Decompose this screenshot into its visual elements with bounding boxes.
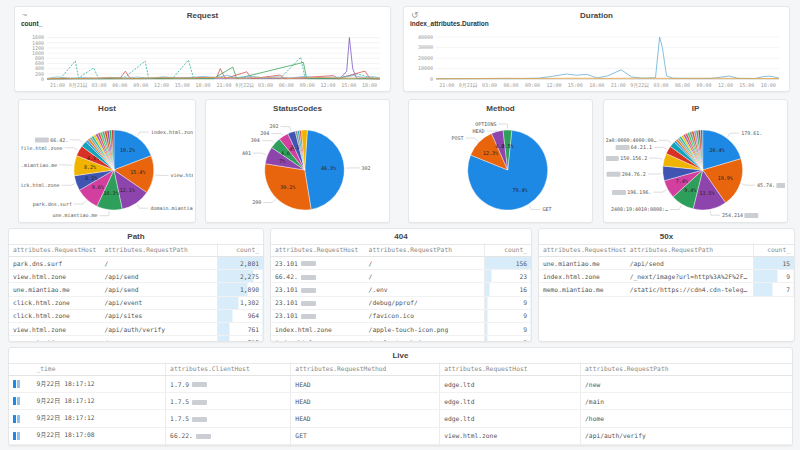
chart-wave-icon[interactable]: ~ [22, 10, 27, 20]
refresh-icon[interactable]: ↺ [411, 10, 419, 20]
x-tick: 12:00 [154, 82, 169, 88]
ip-chart-canvas[interactable]: 20.4%19.9%13.5%9.4%7.4%2a0:0000:4000:00…… [606, 113, 785, 221]
duration-chart-canvas[interactable]: 40000300002000010000021:009月21日03:0006:0… [406, 31, 787, 90]
row-icon-cell[interactable] [9, 444, 32, 445]
table-cell: 2,801 [217, 257, 263, 270]
pie-pct-label: 8.2% [84, 164, 96, 170]
table-row[interactable]: view.html.zone/api/send2,275 [9, 270, 263, 283]
pie-slice-label: 202 [269, 123, 278, 129]
column-header[interactable]: attributes.RequestHost [9, 243, 100, 257]
request-line-chart[interactable]: 1600140012001000800600400200021:009月21日0… [17, 31, 388, 90]
ip-pie-chart[interactable]: 20.4%19.9%13.5%9.4%7.4%2a0:0000:4000:00…… [606, 113, 785, 221]
table-cell: 9月22日 18:16:18 [32, 444, 165, 445]
table-row[interactable]: index.html.zone/_next/image?url=http%3A%… [539, 270, 794, 283]
table-row[interactable]: 66.42./23 [271, 270, 531, 283]
column-header[interactable]: count_ [217, 243, 263, 257]
table-cell: GET [291, 444, 440, 445]
table-cell: edge.ltd [440, 393, 581, 410]
host-chart-canvas[interactable]: 19.2%15.4%12.1%10.3%9.6%6.1%8.2%4.3%66.4… [21, 113, 193, 221]
column-header[interactable]: attributes.RequestPath [581, 362, 792, 376]
redacted-text [301, 288, 316, 293]
column-header[interactable]: _time [32, 362, 165, 376]
column-header[interactable]: attributes.RequestHost [539, 243, 626, 257]
table-row[interactable]: memo.miantiao.me/static/https://cdn4.cdn… [539, 283, 794, 296]
row-icon-cell[interactable] [9, 376, 32, 393]
column-header[interactable]: attributes.RequestPath [365, 243, 485, 257]
column-header[interactable]: attributes.RequestPath [626, 243, 754, 257]
x-tick: 21:00 [50, 82, 65, 88]
x-tick: 03:00 [92, 82, 107, 88]
live-entry-icon[interactable] [13, 380, 16, 388]
pie-leader-line [653, 190, 666, 192]
table-cell: 9月22日 18:17:12 [32, 410, 165, 427]
table-row[interactable]: 9月22日 18:17:0866.22.GETview.html.zone/ap… [9, 427, 792, 444]
table-row[interactable]: 23.101/156 [271, 257, 531, 270]
method-pie-chart[interactable]: 79.4%12.3%4.8%3.5%OPTIONSHEADPOSTGET [411, 113, 590, 221]
column-header[interactable]: attributes.ClientHost [166, 362, 291, 376]
table-row[interactable]: memo.miantiao.me/715 [9, 336, 263, 341]
column-header[interactable]: attributes.RequestPath [100, 243, 217, 257]
table-row[interactable]: une.miantiao.me/api/send1,890 [9, 283, 263, 296]
column-header[interactable]: attributes.RequestMethod [291, 362, 440, 376]
table-cell: 9 [484, 309, 531, 322]
x-tick: 18:00 [196, 82, 211, 88]
table-row[interactable]: une.miantiao.me/api/send15 [539, 257, 794, 270]
x-tick: 06:00 [504, 82, 519, 88]
row-icon-cell[interactable] [9, 410, 32, 427]
column-header[interactable]: count_ [484, 243, 531, 257]
table-row[interactable]: click.html.zone/api/event1,302 [9, 296, 263, 309]
pie-leader-line [271, 134, 282, 135]
x-tick: 15:00 [341, 82, 356, 88]
panel-host: Host 19.2%15.4%12.1%10.3%9.6%6.1%8.2%4.3… [18, 99, 196, 223]
table-row[interactable]: 9月22日 18:17:121.7.5HEADedge.ltd/home [9, 410, 792, 427]
pie-pct-label: 15.4% [130, 169, 145, 175]
y-tick: 20000 [418, 55, 433, 61]
table-cell: 9月22日 18:17:12 [32, 393, 165, 410]
statuscodes-pie-chart[interactable]: 46.3%30.1%7%4.6%4%3.1%202204304401200302 [208, 113, 387, 221]
pie-leader-line [281, 127, 292, 131]
table-cell: /api/send [100, 270, 217, 283]
table-row[interactable]: 23.101/.env16 [271, 283, 531, 296]
table-row[interactable]: index.html.zone/apple-touch-icon.png9 [271, 322, 531, 335]
table-row[interactable]: 23.101/favicon.ico9 [271, 309, 531, 322]
line-series-orange[interactable] [436, 78, 779, 79]
duration-line-chart[interactable]: 40000300002000010000021:009月21日03:0006:0… [406, 31, 787, 90]
table-row[interactable]: 9月22日 18:16:1849.74.GETpark.dns.surf/ [9, 444, 792, 445]
pie-leader-line [670, 206, 681, 210]
table-row[interactable]: view.html.zone/api/auth/verify761 [9, 322, 263, 335]
table-row[interactable]: 9月22日 18:17:121.7.5HEADedge.ltd/main [9, 393, 792, 410]
row-icon-cell[interactable] [9, 393, 32, 410]
redacted-label [616, 145, 630, 150]
live-table: _timeattributes.ClientHostattributes.Req… [9, 362, 792, 445]
live-entry-icon[interactable] [13, 432, 16, 440]
pie-leader-line [100, 211, 110, 216]
column-header[interactable]: attributes.RequestHost [271, 243, 365, 257]
table-row[interactable]: click.html.zone/api/sites964 [9, 309, 263, 322]
column-header[interactable]: count_ [753, 243, 794, 257]
request-chart-canvas[interactable]: 1600140012001000800600400200021:009月21日0… [17, 31, 388, 90]
redacted-text [196, 434, 211, 439]
table-row[interactable]: 23.101/debug/pprof/9 [271, 296, 531, 309]
table-row[interactable]: 9月22日 18:17:121.7.9HEADedge.ltd/new [9, 376, 792, 393]
table-cell: /apple-touch-icon-precomposed.png [365, 336, 485, 341]
y-tick: 0 [430, 76, 433, 82]
column-header[interactable]: attributes.RequestHost [440, 362, 581, 376]
y-axis-label: count_ [21, 20, 42, 27]
live-entry-icon[interactable] [13, 397, 16, 405]
panel-title: Request [15, 7, 390, 22]
method-chart-canvas[interactable]: 79.4%12.3%4.8%3.5%OPTIONSHEADPOSTGET [411, 113, 590, 221]
table-row[interactable]: index.html.zone/apple-touch-icon-precomp… [271, 336, 531, 341]
redacted-label [776, 183, 785, 188]
table-cell: 23.101 [271, 296, 365, 309]
table-row[interactable]: park.dns.surf/2,801 [9, 257, 263, 270]
host-pie-chart[interactable]: 19.2%15.4%12.1%10.3%9.6%6.1%8.2%4.3%66.4… [21, 113, 193, 221]
column-header[interactable] [9, 362, 32, 376]
x-tick: 9月22日 [630, 82, 649, 89]
table-cell: une.miantiao.me [539, 257, 626, 270]
row-icon-cell[interactable] [9, 427, 32, 444]
live-entry-icon[interactable] [13, 415, 16, 423]
panel-method: Method 79.4%12.3%4.8%3.5%OPTIONSHEADPOST… [408, 99, 593, 223]
status-chart-canvas[interactable]: 46.3%30.1%7%4.6%4%3.1%202204304401200302 [208, 113, 387, 221]
pie-slice-label: 302 [362, 165, 371, 171]
line-series-green[interactable] [47, 62, 380, 78]
